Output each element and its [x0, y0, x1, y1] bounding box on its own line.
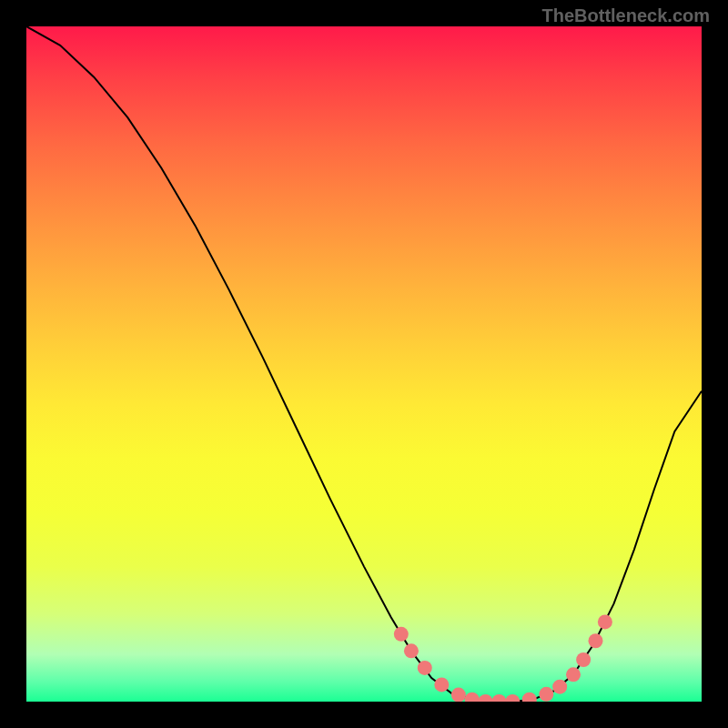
data-dot [552, 680, 567, 694]
data-dot [566, 667, 581, 682]
data-dot [418, 661, 432, 675]
bottleneck-curve [26, 26, 702, 702]
data-dot [451, 688, 466, 702]
chart-container: TheBottleneck.com [0, 0, 728, 728]
plot-area [26, 26, 702, 702]
dots-group [394, 614, 612, 702]
data-dot [539, 687, 553, 702]
attribution-text: TheBottleneck.com [542, 5, 710, 26]
data-dot [589, 633, 603, 648]
data-dot [465, 693, 480, 702]
data-dot [576, 652, 591, 667]
curve-svg [26, 26, 702, 702]
data-dot [479, 694, 493, 702]
data-dot [394, 627, 409, 642]
data-dot [598, 614, 612, 629]
data-dot [434, 677, 449, 692]
data-dot [404, 643, 419, 658]
data-dot [522, 693, 537, 702]
data-dot [491, 694, 506, 702]
data-dot [505, 694, 520, 702]
